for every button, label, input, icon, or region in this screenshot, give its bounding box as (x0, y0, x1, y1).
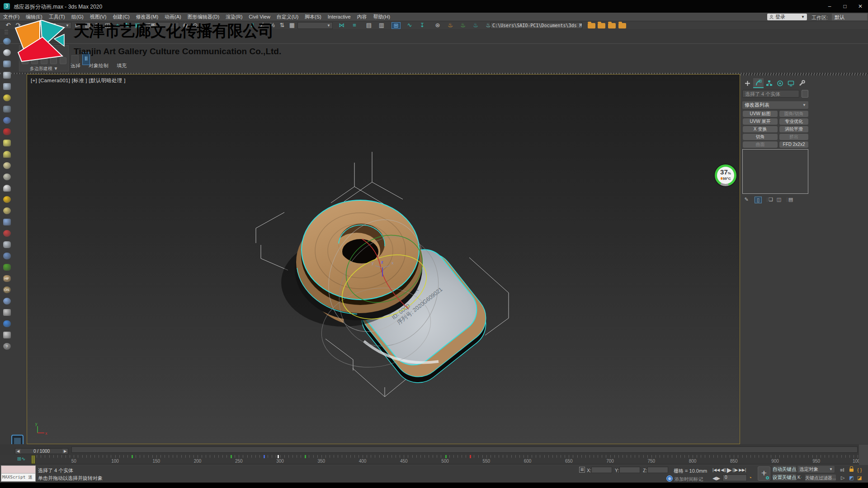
time-slider[interactable] (31, 455, 35, 464)
close-button[interactable]: ✕ (855, 3, 865, 10)
workspace-selector[interactable]: 默认 (832, 14, 867, 20)
tab-create[interactable] (742, 78, 753, 88)
tab-motion[interactable] (775, 78, 785, 88)
project-path-field[interactable]: C:\Users\SAIO-PC1\Documents\3ds Max 2020… (491, 22, 582, 29)
left-toolbar-icon-27[interactable]: ? (2, 341, 12, 351)
project-folder-icon[interactable] (618, 23, 626, 28)
play-button[interactable]: ▶ (727, 466, 732, 474)
pan-icon[interactable]: ▷ (841, 475, 844, 481)
left-toolbar-icon-21[interactable]: HF (2, 273, 12, 283)
prev-frame-button[interactable]: ◀ (15, 449, 21, 454)
timeline-key[interactable] (264, 455, 265, 458)
menu-item[interactable]: 创建(C) (109, 14, 132, 20)
menu-item[interactable]: 编辑(E) (23, 14, 46, 20)
prev-key-button[interactable]: ◀|| (721, 468, 726, 472)
modifier-button[interactable]: UVW 贴图 (743, 111, 778, 117)
go-start-button[interactable]: |◀◀ (712, 468, 720, 472)
modifier-list-dropdown[interactable]: 修改器列表▼ (742, 101, 808, 109)
next-key-button[interactable]: ||▶ (733, 468, 738, 472)
toolbar-icon[interactable]: ♨ (446, 22, 455, 29)
menu-item[interactable]: 渲染(R) (222, 14, 245, 20)
left-toolbar-icon-14[interactable] (2, 194, 12, 204)
menu-item[interactable]: 文件(F) (0, 14, 23, 20)
timeline-key[interactable] (231, 455, 232, 458)
maxscript-macro-row[interactable] (1, 466, 35, 474)
login-button[interactable]: 登录▼ (767, 14, 807, 20)
left-toolbar-icon-22[interactable]: OS (2, 285, 12, 295)
toolbar-icon[interactable]: ⊞ (392, 22, 401, 29)
modifier-button[interactable]: 切角 (743, 134, 778, 140)
maxscript-mini-listener[interactable]: MAXScript 迷 (1, 465, 36, 482)
toolbar-icon[interactable]: ↶ (4, 22, 13, 29)
y-field[interactable] (619, 467, 640, 473)
ribbon-panel-label[interactable]: 多边形建模 ▼ (19, 66, 69, 72)
timeline-key[interactable] (305, 455, 306, 458)
menu-item[interactable]: 组(G) (68, 14, 87, 20)
project-folder-icon[interactable] (608, 23, 616, 28)
timeline-key[interactable] (470, 455, 471, 458)
pin-stack-icon[interactable]: ✎ (743, 197, 750, 202)
next-frame-button[interactable]: ▶ (62, 449, 68, 454)
track-bar[interactable] (71, 446, 858, 453)
left-toolbar-icon-8[interactable] (2, 127, 12, 136)
left-toolbar-icon-16[interactable] (2, 217, 12, 227)
modifier-button[interactable]: 涡轮平滑 (779, 126, 808, 132)
object-color-swatch[interactable] (802, 90, 808, 98)
toolbar-icon[interactable]: ⋈ (337, 22, 346, 29)
menu-item[interactable]: 内容 (354, 14, 370, 20)
menu-item[interactable]: Interactive (325, 14, 354, 19)
timeline-key[interactable] (132, 455, 133, 458)
ribbon-tab[interactable]: 填充 (117, 62, 127, 69)
brackets-icon[interactable]: { } (857, 467, 862, 473)
toolbar-icon[interactable]: ▤ (364, 22, 373, 29)
configure-modifier-sets-icon[interactable]: ▤ (787, 197, 794, 202)
left-toolbar-icon-2[interactable] (2, 59, 12, 69)
ribbon-button-dim[interactable] (71, 55, 79, 64)
ribbon-tab[interactable]: 对象绘制 (89, 62, 108, 69)
modifier-button[interactable]: FFD 2x2x2 (779, 141, 808, 148)
menu-item[interactable]: 帮助(H) (370, 14, 393, 20)
left-toolbar-icon-17[interactable] (2, 228, 12, 238)
maximize-button[interactable]: □ (840, 3, 850, 10)
camera-viewport[interactable]: [+] [Camera001] [标准 ] [默认明暗处理 ] (27, 74, 740, 444)
x-field[interactable] (591, 467, 612, 473)
frame-spinner[interactable]: ◀ 0 / 1000 ▶ (15, 448, 68, 454)
make-unique-icon[interactable]: ❏ (767, 197, 774, 202)
menu-item[interactable]: 脚本(S) (302, 14, 325, 20)
left-toolbar-icon-0[interactable] (2, 36, 12, 46)
selected-mode-dropdown[interactable]: 选定对象▼ (797, 466, 835, 473)
key-icon[interactable]: ◔ (749, 475, 752, 480)
selection-lock-icon[interactable] (849, 469, 854, 472)
tab-utilities[interactable] (797, 78, 807, 88)
left-toolbar-icon-10[interactable] (2, 149, 12, 159)
left-toolbar-icon-19[interactable] (2, 251, 12, 261)
left-toolbar-icon-13[interactable] (2, 183, 12, 193)
left-toolbar-icon-1[interactable] (2, 47, 12, 57)
left-toolbar-handle[interactable] (5, 30, 8, 35)
left-toolbar-icon-23[interactable] (2, 296, 12, 306)
menu-item[interactable]: 工具(T) (46, 14, 68, 20)
left-toolbar-icon-7[interactable] (2, 115, 12, 125)
toolbar-combo[interactable]: ▼ (297, 22, 333, 29)
timeline-key[interactable] (278, 455, 279, 458)
remove-modifier-icon[interactable]: ◫ (775, 197, 783, 202)
tab-hierarchy[interactable] (764, 78, 774, 88)
toolbar-icon[interactable]: ⇅ (278, 22, 287, 29)
tab-modify[interactable] (753, 78, 764, 88)
modifier-button[interactable]: 专业优化 (779, 118, 808, 125)
menu-item[interactable]: 动画(A) (161, 14, 184, 20)
z-field[interactable] (647, 467, 668, 473)
left-toolbar-icon-4[interactable] (2, 81, 12, 91)
toolbar-icon[interactable]: ⊛ (433, 22, 442, 29)
toolbar-icon[interactable]: ▦ (288, 22, 297, 29)
menu-item[interactable]: 视图(V) (87, 14, 110, 20)
current-frame-field[interactable]: 0 (722, 474, 747, 481)
left-toolbar-icon-9[interactable] (2, 138, 12, 148)
menu-item[interactable]: 自定义(U) (274, 14, 302, 20)
left-toolbar-icon-3[interactable] (2, 70, 12, 80)
project-folder-icon[interactable] (598, 23, 605, 28)
set-key-big-button[interactable]: + (758, 466, 770, 481)
auto-key-button[interactable]: 自动关键点 (773, 466, 796, 473)
mini-curve-editor-icon[interactable]: ⊞∿ (17, 456, 25, 462)
time-tag-icon[interactable]: ⊕ (666, 475, 673, 482)
